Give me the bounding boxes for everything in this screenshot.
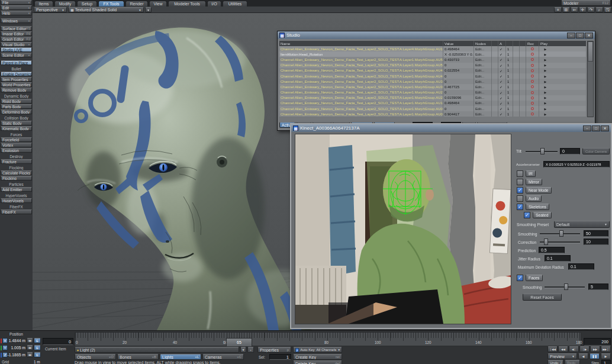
calculate-flocks-button[interactable]: Calculate Flocks: [1, 170, 32, 175]
reset-faces-button[interactable]: Reset Faces: [523, 294, 562, 301]
current-item-dropdown[interactable]: ▾ Light (2): [75, 347, 239, 353]
table-row[interactable]: Channel:Alien_Emissary_Nevron_Demo_Facia…: [279, 63, 586, 68]
minimize-icon[interactable]: –: [567, 33, 575, 38]
record-button[interactable]: [526, 63, 539, 68]
preview-dropdown[interactable]: Preview▼: [547, 353, 577, 359]
frame-slider-handle[interactable]: 65: [226, 338, 252, 347]
add-emitter-button[interactable]: Add Emitter: [1, 187, 32, 192]
smoothing-slider[interactable]: [540, 230, 580, 237]
max-deviation-field[interactable]: 0.1: [568, 263, 594, 270]
timeline-ruler[interactable]: 0 20 40 60 80 100 120 140 160 180 200 65: [75, 332, 581, 346]
audio-checkbox[interactable]: [517, 195, 523, 202]
record-button[interactable]: [526, 51, 539, 57]
properties-button[interactable]: Propertiesp: [257, 347, 291, 353]
item-swatch-icon[interactable]: ▫: [247, 347, 254, 353]
mirror-toggle[interactable]: Mirror: [526, 179, 542, 185]
record-button[interactable]: [526, 68, 539, 73]
record-button[interactable]: [526, 79, 539, 84]
surface-editor-button[interactable]: Surface EditorF5: [1, 26, 32, 31]
table-row[interactable]: Channel:Alien_Emissary_Nevron_Demo_Facia…: [279, 95, 586, 101]
play-button[interactable]: ▶: [539, 84, 552, 89]
table-row[interactable]: Channel:Alien_Emissary_Nevron_Demo_Facia…: [279, 73, 586, 79]
studio-live-button[interactable]: Studio LIVE: [1, 47, 32, 52]
redo-button[interactable]: Redo: [565, 360, 580, 364]
parts-body-button[interactable]: Parts Body: [1, 104, 32, 109]
flocking-button[interactable]: Flocking: [1, 176, 32, 181]
table-row[interactable]: Channel:Alien_Emissary_Nevron_Demo_Facia…: [279, 106, 586, 111]
kinematic-body-button[interactable]: Kinematic Body: [1, 126, 32, 131]
rigid-body-button[interactable]: Rigid Body: [1, 99, 32, 104]
y-envelope-button[interactable]: E: [34, 345, 41, 350]
play-button[interactable]: ▶: [539, 111, 552, 117]
skeletons-toggle[interactable]: Skeletons: [526, 204, 549, 210]
near-mode-toggle[interactable]: Near Mode: [526, 187, 552, 194]
current-frame-field[interactable]: 0: [43, 338, 73, 345]
tab-utilities[interactable]: Utilities: [223, 1, 247, 7]
smoothing-field[interactable]: 50: [584, 230, 608, 237]
viewport-zoom-icon[interactable]: ⌕: [595, 7, 603, 12]
record-button[interactable]: [526, 111, 539, 117]
x-stepper[interactable]: ◀▶: [27, 338, 33, 343]
z-stepper[interactable]: ◀▶: [27, 352, 33, 357]
forcefield-button[interactable]: Forcefield: [1, 137, 32, 142]
tab-io[interactable]: I/O: [207, 1, 221, 7]
create-key-button[interactable]: Create Keyret: [293, 354, 342, 360]
step-field[interactable]: 1: [601, 360, 611, 364]
near-mode-checkbox[interactable]: ✓: [517, 187, 523, 194]
table-row[interactable]: Channel:Alien_Emissary_Nevron_Demo_Facia…: [279, 101, 586, 106]
seated-checkbox[interactable]: ✓: [524, 212, 530, 218]
graph-editor-button[interactable]: Graph EditorF2: [1, 37, 32, 41]
next-frame-button[interactable]: ❘▶: [579, 346, 590, 352]
play-button[interactable]: ▶: [539, 101, 552, 106]
play-forward-button[interactable]: ▶: [601, 353, 611, 359]
record-button[interactable]: [526, 95, 539, 101]
ir-checkbox[interactable]: [517, 170, 523, 177]
delete-key-button[interactable]: Delete Keydel: [293, 360, 342, 364]
play-reverse-button[interactable]: ◀: [578, 353, 588, 359]
vortex-button[interactable]: Vortex: [1, 143, 32, 147]
item-list-dropdown-icon[interactable]: ▼: [240, 347, 246, 353]
record-button[interactable]: [526, 90, 539, 95]
studio-titlebar[interactable]: ▦ Studio – □ ✕: [278, 31, 595, 39]
faces-checkbox[interactable]: ✓: [517, 275, 523, 281]
play-button[interactable]: ▶: [539, 51, 552, 57]
explosion-button[interactable]: Explosion: [1, 148, 32, 153]
mirror-checkbox[interactable]: [517, 179, 523, 185]
play-button[interactable]: ▶: [539, 68, 552, 73]
table-row[interactable]: ItemMotion:Head_RotationX -0.0250363 Y 0…: [279, 51, 586, 57]
play-button[interactable]: ▶: [539, 73, 552, 79]
record-button[interactable]: [526, 57, 539, 62]
modeler-button[interactable]: ModelerF12: [561, 0, 611, 6]
close-icon[interactable]: ✕: [585, 33, 593, 38]
cameras-button[interactable]: Cameras+C: [202, 354, 244, 360]
y-stepper[interactable]: ◀▶: [27, 345, 33, 350]
previous-frame-button[interactable]: ◀❘: [569, 346, 579, 352]
enable-dynamics-button[interactable]: Enable Dynamics: [1, 72, 32, 76]
viewport-maximize-icon[interactable]: ◳: [604, 7, 611, 12]
viewport-pan-icon[interactable]: ⇐: [571, 7, 578, 12]
table-row[interactable]: Channel:Alien_Emissary_Nevron_Demo_Facia…: [279, 90, 586, 95]
close-icon[interactable]: ✕: [601, 125, 609, 131]
correction-slider[interactable]: [540, 239, 580, 245]
table-row[interactable]: Channel:Alien_Emissary_Nevron_Demo_Facia…: [279, 84, 586, 89]
scene-editor-button[interactable]: Scene Editor▼: [1, 53, 32, 57]
shading-extra-dropdown[interactable]: ▼: [145, 7, 152, 12]
world-properties-button[interactable]: World Properties: [1, 82, 32, 87]
tab-view[interactable]: View: [149, 1, 167, 7]
prediction-field[interactable]: 0.5: [539, 247, 565, 253]
record-button[interactable]: [526, 106, 539, 111]
windows-menu[interactable]: Windows▼: [1, 18, 32, 23]
smoothing-preset-dropdown[interactable]: Default▼: [554, 221, 610, 228]
tab-modify[interactable]: Modify: [54, 1, 76, 7]
fracture-button[interactable]: Fracture: [1, 159, 32, 164]
faces-smoothing-slider[interactable]: [545, 284, 585, 290]
table-scrollbar[interactable]: [587, 41, 594, 117]
tab-setup[interactable]: Setup: [77, 1, 97, 7]
view-mode-dropdown[interactable]: Perspective▼: [34, 7, 67, 12]
pause-button[interactable]: ❚❚: [590, 353, 600, 359]
lights-button[interactable]: Lights+L: [160, 354, 201, 360]
play-button[interactable]: ▶: [539, 90, 552, 95]
seated-toggle[interactable]: Seated: [533, 212, 552, 218]
auto-key-toggle[interactable]: ✓ Auto Key All Channels ▼: [293, 347, 342, 353]
deforming-body-button[interactable]: Deforming Body: [1, 109, 32, 114]
